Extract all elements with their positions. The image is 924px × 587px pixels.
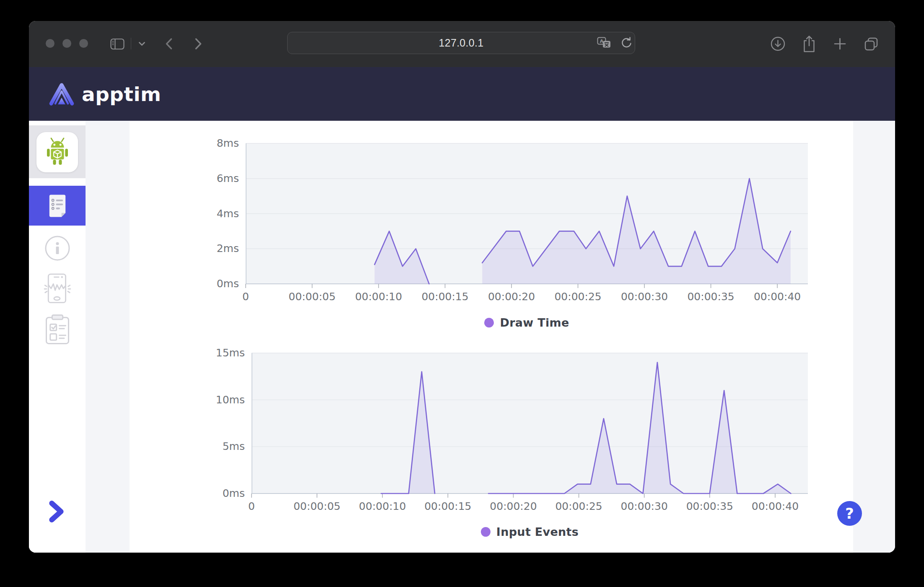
downloads-icon[interactable]	[771, 36, 785, 51]
sidebar-item-checklist[interactable]	[29, 314, 86, 345]
x-tick-label: 00:00:05	[283, 500, 350, 512]
chart-canvas	[246, 143, 808, 290]
traffic-light-close[interactable]	[46, 39, 55, 48]
y-tick-label: 0ms	[199, 487, 245, 499]
input-events-chart: 0ms5ms10ms15ms000:00:0500:00:1000:00:150…	[252, 353, 808, 493]
legend-label: Draw Time	[500, 316, 569, 329]
traffic-light-zoom[interactable]	[79, 39, 88, 48]
address-bar[interactable]: 127.0.0.1 A	[287, 32, 635, 54]
x-tick-label: 00:00:25	[545, 500, 613, 512]
x-tick-label: 00:00:30	[611, 500, 678, 512]
brand-name: apptim	[82, 83, 161, 106]
x-tick-label: 0	[212, 291, 279, 303]
crash-phone-icon	[42, 273, 73, 304]
report-document-icon	[46, 193, 69, 218]
y-tick-label: 6ms	[193, 172, 239, 184]
sidebar-item-report[interactable]	[29, 186, 86, 226]
input-events-legend: Input Events	[252, 525, 808, 539]
draw-time-legend: Draw Time	[246, 315, 808, 330]
x-tick-label: 00:00:05	[279, 291, 346, 303]
info-icon	[44, 235, 71, 262]
browser-window: 127.0.0.1 A	[29, 21, 895, 553]
sidebar-item-android-session[interactable]	[36, 132, 78, 172]
apptim-logo-mark	[48, 82, 75, 106]
y-tick-label: 0ms	[193, 278, 239, 290]
x-tick-label: 00:00:25	[545, 291, 612, 303]
y-tick-label: 15ms	[199, 347, 245, 359]
share-icon[interactable]	[802, 35, 816, 53]
help-button[interactable]: ?	[837, 501, 862, 526]
traffic-light-minimize[interactable]	[62, 39, 71, 48]
x-tick-label: 0	[218, 500, 285, 512]
y-tick-label: 10ms	[199, 394, 245, 406]
reload-icon[interactable]	[620, 37, 632, 49]
help-label: ?	[845, 505, 854, 522]
y-tick-label: 5ms	[199, 440, 245, 452]
sidebar	[29, 121, 86, 553]
new-tab-icon[interactable]	[833, 37, 846, 50]
translate-icon[interactable]: A	[597, 37, 611, 49]
x-tick-label: 00:00:15	[412, 291, 479, 303]
address-url[interactable]: 127.0.0.1	[288, 32, 635, 54]
android-icon	[41, 135, 74, 169]
chevron-down-icon[interactable]	[139, 42, 145, 46]
checklist-clipboard-icon	[43, 314, 72, 345]
legend-dot	[481, 527, 491, 537]
browser-toolbar: 127.0.0.1 A	[29, 21, 895, 67]
x-tick-label: 00:00:10	[349, 500, 416, 512]
x-tick-label: 00:00:30	[611, 291, 678, 303]
x-tick-label: 00:00:35	[677, 291, 745, 303]
y-tick-label: 8ms	[193, 137, 239, 149]
x-tick-label: 00:00:15	[414, 500, 481, 512]
right-page-margin	[853, 121, 895, 553]
toolbar-divider	[131, 38, 131, 49]
x-tick-label: 00:00:10	[345, 291, 412, 303]
tab-overview-icon[interactable]	[863, 36, 879, 52]
sidebar-item-info[interactable]	[29, 235, 86, 262]
chart-canvas	[252, 353, 808, 499]
x-tick-label: 00:00:40	[742, 500, 809, 512]
sidebar-toggle-icon[interactable]	[110, 38, 125, 50]
legend-dot	[484, 318, 494, 327]
back-icon[interactable]	[166, 38, 172, 49]
app-header: apptim	[29, 67, 895, 121]
legend-label: Input Events	[496, 525, 579, 538]
x-tick-label: 00:00:20	[480, 500, 547, 512]
left-page-margin	[86, 121, 130, 553]
y-tick-label: 2ms	[193, 242, 239, 255]
x-tick-label: 00:00:20	[478, 291, 545, 303]
y-tick-label: 4ms	[193, 208, 239, 220]
sidebar-expand-button[interactable]	[48, 500, 67, 524]
sidebar-app-section	[29, 125, 86, 178]
chevron-right-icon	[48, 500, 65, 523]
x-tick-label: 00:00:35	[676, 500, 743, 512]
forward-icon[interactable]	[195, 38, 202, 49]
x-tick-label: 00:00:40	[744, 291, 811, 303]
apptim-logo: apptim	[48, 67, 161, 121]
draw-time-chart: 0ms2ms4ms6ms8ms000:00:0500:00:1000:00:15…	[246, 143, 808, 284]
sidebar-item-crashes[interactable]	[29, 273, 86, 304]
